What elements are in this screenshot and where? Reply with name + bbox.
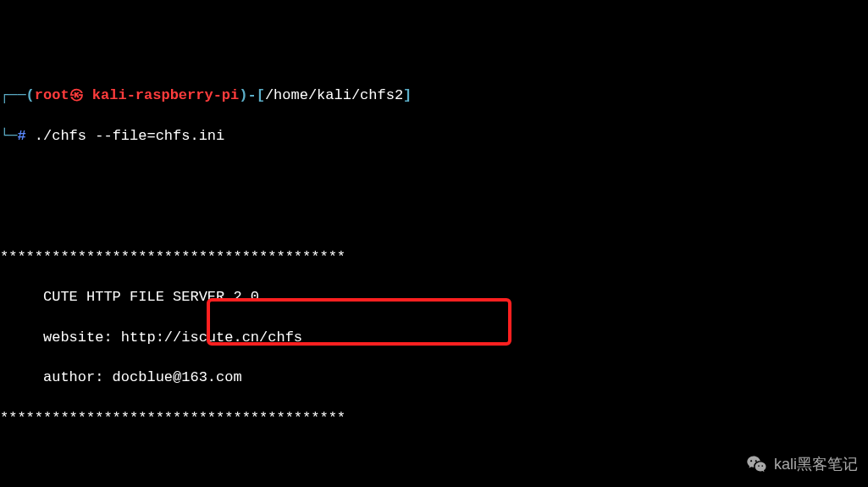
banner-stars-bottom: **************************************** bbox=[0, 408, 868, 429]
banner-title: CUTE HTTP FILE SERVER 2.0 bbox=[0, 287, 868, 307]
prompt-path: /home/kali/chfs2 bbox=[265, 87, 403, 103]
wechat-icon bbox=[745, 453, 769, 477]
prompt-hash: # bbox=[17, 128, 25, 144]
watermark: kali黑客笔记 bbox=[745, 453, 858, 477]
prompt-box-open: ┌──( bbox=[0, 87, 35, 103]
prompt-line-2[interactable]: └─# ./chfs --file=chfs.ini bbox=[0, 126, 868, 147]
close-paren: )-[ bbox=[239, 87, 265, 103]
command-text: ./chfs --file=chfs.ini bbox=[26, 128, 225, 144]
prompt-line2-prefix: └─ bbox=[0, 128, 17, 144]
watermark-text: kali黑客笔记 bbox=[774, 454, 858, 475]
skull-icon: ㉿ bbox=[69, 87, 84, 103]
banner-stars-top: **************************************** bbox=[0, 247, 868, 268]
prompt-host: kali-raspberry-pi bbox=[84, 87, 240, 103]
banner-author: author: docblue@163.com bbox=[0, 368, 868, 388]
prompt-line-1: ┌──(root㉿ kali-raspberry-pi)-[/home/kali… bbox=[0, 86, 868, 106]
close-bracket: ] bbox=[403, 87, 412, 103]
prompt-user: root bbox=[35, 87, 69, 103]
banner-website: website: http://iscute.cn/chfs bbox=[0, 328, 868, 348]
